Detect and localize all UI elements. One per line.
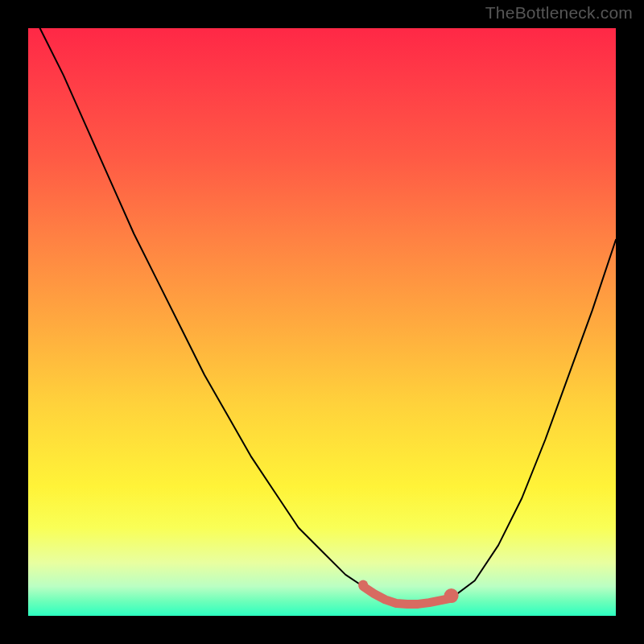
optimal-range-band (363, 587, 451, 605)
bottleneck-curve (40, 28, 616, 604)
curve-svg (28, 28, 616, 616)
plot-area (28, 28, 616, 616)
chart-frame: TheBottleneck.com (0, 0, 644, 644)
optimal-point-dot (358, 580, 368, 590)
attribution-text: TheBottleneck.com (485, 3, 633, 23)
optimal-range-endcap (444, 588, 459, 603)
